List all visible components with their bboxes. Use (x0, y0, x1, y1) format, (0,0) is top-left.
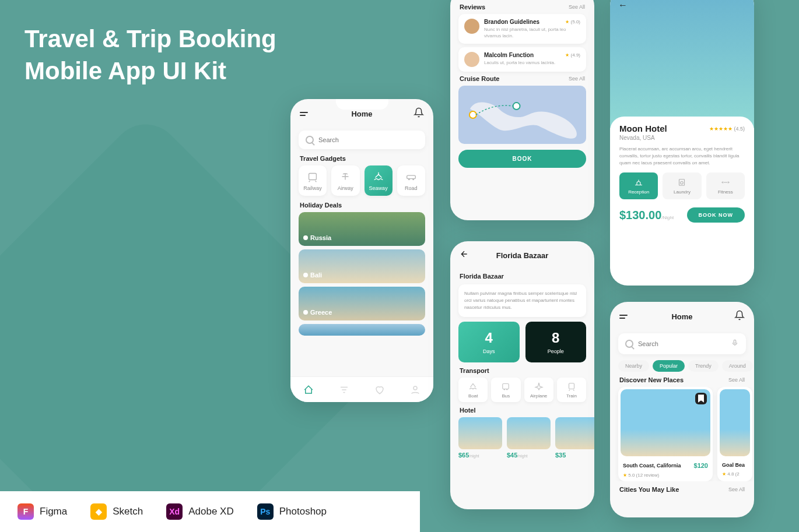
transport-bus[interactable]: Bus (491, 378, 520, 402)
deal-bali[interactable]: Bali (299, 249, 425, 283)
fb-description: Nullam pulvinar magna finibus semper sce… (458, 284, 586, 317)
place-image (720, 389, 750, 456)
star-icon: ★ (623, 473, 627, 478)
hotel-location: Nevada, USA (619, 135, 745, 141)
location-pin-icon (303, 235, 308, 240)
see-all-link[interactable]: See All (728, 487, 745, 492)
hotel-card[interactable]: $65/night (458, 417, 502, 459)
filter-trendy[interactable]: Trendy (688, 360, 719, 372)
hero-image: ← (610, 0, 754, 128)
section-deals: Holiday Deals (300, 202, 424, 209)
place-card[interactable]: Goal Bea ★ 4.8 (2 (717, 387, 752, 481)
see-all-link[interactable]: See All (569, 4, 585, 10)
tool-figma: FFigma (17, 503, 67, 520)
hotel-price: $130.00/Night (619, 209, 674, 222)
star-icon: ★ (565, 19, 569, 24)
svg-point-3 (413, 179, 414, 180)
bottom-nav (290, 376, 433, 402)
avatar (464, 52, 479, 67)
tools-bar: FFigma ◆Sketch XdAdobe XD PsPhotoshop (0, 491, 420, 532)
hotel-name: Moon Hotel (619, 124, 667, 133)
search-input[interactable] (299, 131, 425, 149)
svg-rect-13 (734, 340, 736, 343)
book-now-button[interactable]: BOOK NOW (687, 207, 745, 223)
hotel-description: Placerat accumsan, arc accumsan arcu, eg… (619, 146, 745, 167)
screen-title: Home (351, 110, 372, 118)
section-cities: Cities You May Like (619, 486, 679, 493)
amenity-fitness[interactable]: Fitness (706, 172, 745, 199)
avatar (464, 19, 479, 34)
screen-discover: Home Nearby Popular Trendy Around Discov… (610, 302, 754, 517)
svg-point-4 (413, 386, 417, 390)
search-input[interactable] (618, 333, 746, 354)
svg-point-2 (408, 179, 409, 180)
screen-hotel-detail: ← Moon Hotel ★★★★★ (4.5) Nevada, USA Pla… (610, 0, 754, 286)
mic-icon[interactable] (731, 339, 739, 349)
location-pin-icon (303, 273, 308, 277)
svg-point-9 (507, 389, 508, 390)
amenity-reception[interactable]: Reception (619, 172, 658, 199)
svg-point-5 (469, 111, 476, 118)
transport-airplane[interactable]: Airplane (524, 378, 553, 402)
nav-filter-icon[interactable] (339, 385, 349, 395)
svg-point-8 (504, 389, 505, 390)
gadget-railway[interactable]: Railway (299, 165, 327, 196)
filter-popular[interactable]: Popular (653, 360, 685, 372)
nav-heart-icon[interactable] (374, 385, 385, 395)
deal-greece[interactable]: Greece (299, 287, 425, 320)
tool-xd: XdAdobe XD (166, 503, 234, 520)
cruise-map[interactable] (458, 86, 586, 144)
review-item[interactable]: Malcolm Function★ (4.9) Laculis ut, port… (458, 47, 586, 72)
deal-russia[interactable]: Russia (299, 212, 425, 246)
transport-boat[interactable]: Boat (458, 378, 488, 402)
see-all-link[interactable]: See All (569, 76, 585, 82)
svg-point-12 (681, 182, 684, 185)
gadget-airway[interactable]: Airway (331, 165, 359, 196)
nav-home-icon[interactable] (303, 385, 314, 395)
transport-train[interactable]: Train (557, 378, 586, 402)
svg-rect-1 (407, 175, 416, 179)
menu-icon[interactable] (619, 311, 630, 322)
see-all-link[interactable]: See All (728, 377, 745, 383)
svg-point-6 (513, 103, 520, 110)
gadget-road[interactable]: Road (397, 165, 425, 196)
section-discover: Discover New Places (619, 376, 684, 383)
bell-icon[interactable] (413, 107, 424, 120)
menu-icon[interactable] (300, 108, 310, 119)
search-icon (625, 340, 633, 348)
star-icon: ★ (722, 471, 726, 477)
screen-home: Home Travel Gadgets Railway Airway Seawa… (290, 99, 433, 402)
star-icon: ★★★★★ (709, 126, 733, 132)
section-reviews: Reviews (460, 3, 485, 10)
section-transport: Transport (460, 367, 585, 374)
book-button[interactable]: BOOK (458, 150, 586, 168)
stat-days[interactable]: 4Days (458, 322, 520, 362)
nav-profile-icon[interactable] (410, 385, 420, 395)
screen-title: Home (671, 312, 692, 321)
location-pin-icon (303, 310, 308, 315)
back-icon[interactable]: ← (618, 0, 628, 10)
bell-icon[interactable] (734, 310, 745, 323)
hotel-card[interactable]: $45/night (507, 417, 551, 459)
review-item[interactable]: Brandon Guidelines★ (5.0) Nunc in nisl p… (458, 14, 586, 44)
stat-people[interactable]: 8People (525, 322, 587, 362)
bookmark-icon[interactable] (695, 393, 707, 404)
tool-photoshop: PsPhotoshop (257, 503, 327, 520)
screen-title: Florida Bazaar (496, 251, 549, 260)
section-hotel: Hotel (460, 407, 585, 414)
gadget-seaway[interactable]: Seaway (365, 165, 393, 196)
search-icon (306, 136, 314, 144)
svg-rect-11 (679, 179, 685, 186)
tool-sketch: ◆Sketch (90, 503, 143, 520)
hotel-card[interactable]: $35 (555, 417, 594, 459)
amenity-laundry[interactable]: Laundry (663, 172, 701, 199)
filter-nearby[interactable]: Nearby (618, 360, 649, 372)
place-card[interactable]: South Coast, California$120 ★ 5.0 (12 re… (618, 387, 713, 481)
fb-subtitle: Florida Bazaar (460, 273, 585, 280)
filter-around[interactable]: Around (722, 360, 753, 372)
svg-rect-10 (569, 383, 574, 389)
svg-rect-7 (503, 384, 509, 389)
section-cruise: Cruise Route (460, 75, 499, 82)
deal-partial[interactable] (299, 324, 425, 336)
back-icon[interactable] (460, 249, 469, 261)
